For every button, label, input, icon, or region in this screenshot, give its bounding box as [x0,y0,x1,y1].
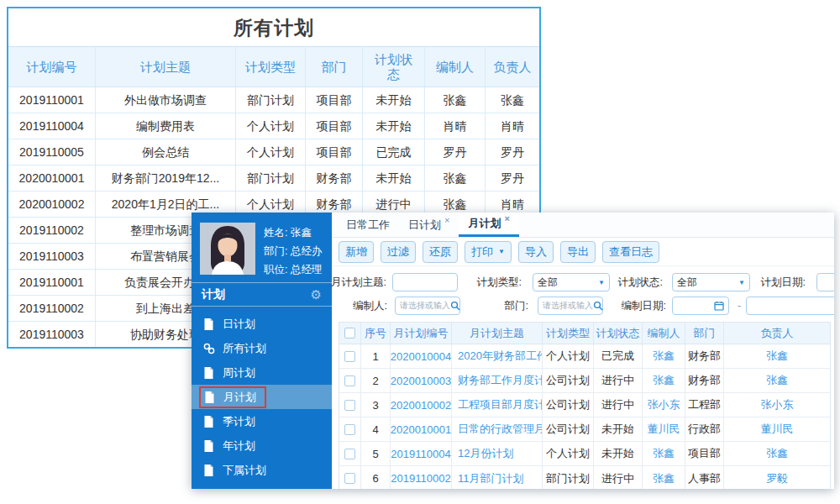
column-header: 编制人 [425,47,486,87]
row-checkbox[interactable] [344,449,355,459]
subject-filter-input[interactable] [392,273,458,291]
dept-filter-input[interactable]: 请选择或输入 [538,297,603,315]
table-cell-link[interactable]: 张小东 [643,393,685,417]
table-cell: 个人计划 [236,139,306,165]
table-cell: 项目部 [306,139,363,165]
sidebar-item-label: 所有计划 [223,341,266,356]
row-checkbox[interactable] [344,375,355,386]
table-cell: 公司计划 [543,417,594,441]
sidebar-item-周计划[interactable]: 周计划 [192,360,332,385]
tab-bar: 日常工作日计划×月计划× [332,213,834,238]
gear-icon[interactable]: ⚙ [311,288,322,301]
table-cell: 进行中 [594,466,643,489]
calendar-icon[interactable] [714,301,724,311]
sidebar-item-content: 下属计划 [203,463,266,478]
sidebar-item-年计划[interactable]: 年计划 [192,433,332,458]
table-cell-link[interactable]: 2020010003 [391,369,452,392]
column-header: 负责人 [724,323,830,344]
plan-date-filter-input[interactable] [816,273,834,291]
table-row[interactable]: 22020010003财务部工作月度计划公司计划进行中张鑫财务部张鑫 [339,369,830,393]
过滤-button[interactable]: 过滤 [381,241,416,263]
table-cell-link[interactable]: 2020010002 [391,393,452,417]
table-cell: 部门计划 [236,165,306,191]
column-header: 编制人 [643,323,685,344]
table-cell-link[interactable]: 11月部门计划 [452,466,543,489]
table-cell: 4 [361,417,391,441]
row-checkbox[interactable] [344,473,355,484]
还原-button[interactable]: 还原 [423,241,458,263]
table-cell-link[interactable]: 张鑫 [643,466,685,489]
查看日志-button[interactable]: 查看日志 [602,241,659,263]
close-icon[interactable]: × [504,213,509,223]
create-date-start-input[interactable] [672,297,729,315]
create-date-end-input[interactable] [746,297,834,315]
profile-position: 职位: 总经理 [264,260,322,279]
close-icon[interactable]: × [444,215,449,225]
avatar [200,223,255,275]
table-cell-link[interactable]: 12月份计划 [452,442,543,465]
table-cell-link[interactable]: 工程项目部月度计划 [452,393,543,417]
table-cell-link[interactable]: 张鑫 [643,344,685,368]
table-cell-link[interactable]: 张鑫 [643,369,685,392]
table-cell: 项目部 [685,442,724,465]
table-row[interactable]: 120200100042020年财务部工作月...个人计划已完成张鑫财务部张鑫 [339,344,830,369]
table-cell-link[interactable]: 张鑫 [724,369,830,392]
sidebar-section-plans[interactable]: 计划 ⚙ [192,282,332,307]
sidebar-item-label: 下属计划 [223,463,266,478]
table-row[interactable]: 32020010002工程项目部月度计划公司计划进行中张小东工程部张小东 [339,393,830,417]
table-cell-link[interactable]: 财务部工作月度计划 [452,369,543,392]
table-cell: 个人计划 [543,442,594,465]
table-cell-link[interactable]: 张鑫 [643,442,685,465]
table-cell-link[interactable]: 张鑫 [724,344,830,368]
select-all-checkbox[interactable] [344,328,355,339]
导出-button[interactable]: 导出 [560,241,596,263]
tab-日计划[interactable]: 日计划× [399,213,459,237]
table-cell: 肖晴 [425,113,486,139]
table-cell-link[interactable]: 日常的行政管理月计划 [452,417,543,441]
sidebar-item-月计划[interactable]: 月计划 [192,385,332,409]
table-cell-link[interactable]: 张小东 [724,393,830,417]
sidebar-item-所有计划[interactable]: 所有计划 [192,336,332,360]
table-cell-link[interactable]: 张鑫 [724,442,830,465]
column-header-label: 计划类型 [245,60,296,74]
sidebar-item-下属计划[interactable]: 下属计划 [192,458,332,482]
creator-filter-input[interactable]: 请选择或输入 [395,297,460,315]
row-checkbox[interactable] [344,351,355,362]
table-cell-link[interactable]: 董川民 [724,417,830,441]
table-cell: 张鑫 [486,87,539,113]
table-row[interactable]: 2019110005例会总结个人计划项目部已完成罗丹罗丹 [8,139,539,165]
table-cell: 部门计划 [543,466,594,489]
table-row[interactable]: 2019110001外出做市场调查部门计划项目部未开始张鑫张鑫 [8,87,539,113]
table-cell: 进行中 [594,369,643,392]
table-cell-link[interactable]: 2019110004 [391,442,452,465]
table-row[interactable]: 2020010001财务部门2019年12...部门计划财务部未开始张鑫罗丹 [8,165,539,192]
column-header: 计划状态 [594,323,643,344]
table-cell-link[interactable]: 罗毅 [724,466,830,489]
type-filter-label: 计划类型: [463,273,522,291]
table-cell-link[interactable]: 董川民 [643,417,685,441]
table-row[interactable]: 2019110004编制费用表个人计划项目部未开始肖晴肖晴 [8,113,539,139]
dept-filter-label: 部门: [470,297,528,315]
row-checkbox[interactable] [344,400,355,411]
新增-button[interactable]: 新增 [339,241,374,263]
sidebar-item-季计划[interactable]: 季计划 [192,409,332,433]
table-row[interactable]: 42020010001日常的行政管理月计划公司计划未开始董川民行政部董川民 [339,417,830,442]
table-cell-link[interactable]: 2020年财务部工作月... [452,344,543,368]
table-cell: 5 [361,442,391,465]
tab-日常工作[interactable]: 日常工作 [337,213,399,237]
打印-button[interactable]: 打印▼ [465,241,512,263]
table-cell-link[interactable]: 2020010004 [391,344,452,368]
column-header-label: 负责人 [494,60,532,74]
table-row[interactable]: 6201911000211月部门计划部门计划进行中张鑫人事部罗毅 [339,466,830,489]
table-row[interactable]: 5201911000412月份计划个人计划未开始张鑫项目部张鑫 [339,442,830,466]
status-filter-select[interactable]: 全部 ▼ [672,273,750,291]
sidebar-item-日计划[interactable]: 日计划 [192,312,332,336]
row-checkbox[interactable] [344,424,355,435]
table-cell-link[interactable]: 2019110002 [391,466,452,489]
table-cell-link[interactable]: 2020010001 [391,417,452,441]
tab-月计划[interactable]: 月计划× [459,213,518,237]
导入-button[interactable]: 导入 [518,241,554,263]
type-filter-select[interactable]: 全部 ▼ [533,273,610,291]
search-icon[interactable] [593,301,603,311]
search-icon[interactable] [450,301,460,311]
